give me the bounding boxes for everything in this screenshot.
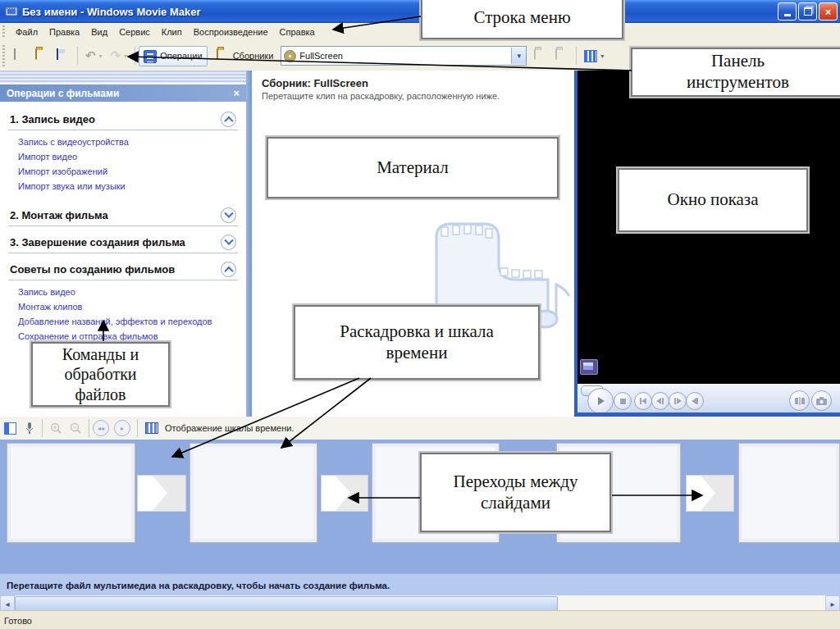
menu-item-клип[interactable]: Клип xyxy=(156,25,188,39)
collapse-button[interactable] xyxy=(221,112,236,127)
callout-preview-window: Окно показа xyxy=(618,168,808,232)
open-project-button[interactable] xyxy=(31,47,52,65)
microphone-icon xyxy=(25,422,34,435)
task-link[interactable]: Импорт изображений xyxy=(18,166,238,176)
taskpane-close-icon[interactable]: × xyxy=(233,87,240,99)
task-section-header[interactable]: 1. Запись видео xyxy=(8,108,238,130)
zoom-out-button[interactable] xyxy=(66,420,85,436)
rewind-icon: ◂◂ xyxy=(98,425,104,432)
step-forward-button[interactable] xyxy=(669,392,687,410)
task-section-label: 2. Монтаж фильма xyxy=(10,209,221,221)
expand-button[interactable] xyxy=(221,235,236,250)
new-collection-icon xyxy=(555,49,568,62)
storyboard-toolbar: ◂◂ ▸ Отображение шкалы времени. xyxy=(0,417,840,440)
task-link[interactable]: Запись видео xyxy=(18,287,238,297)
open-folder-icon xyxy=(35,49,48,62)
menu-item-сервис[interactable]: Сервис xyxy=(113,25,156,39)
taskpane-title: Операции с фильмами xyxy=(7,88,119,99)
toolbar-separator xyxy=(89,419,89,437)
show-timeline-button[interactable]: Отображение шкалы времени. xyxy=(141,420,298,436)
save-icon xyxy=(57,49,70,62)
collections-button[interactable]: Сборники xyxy=(212,47,278,65)
close-button[interactable]: × xyxy=(819,2,838,21)
take-picture-button[interactable] xyxy=(811,390,832,411)
chevron-down-icon: ▾ xyxy=(99,52,103,60)
transition-cell[interactable] xyxy=(321,475,368,512)
close-icon: × xyxy=(825,6,832,18)
expand-button[interactable] xyxy=(221,207,236,223)
scroll-left-button[interactable]: ◂ xyxy=(0,595,15,612)
pane-separator xyxy=(246,71,252,417)
undo-button[interactable]: ↶▾ xyxy=(81,48,107,64)
transition-cell[interactable] xyxy=(686,475,734,512)
stop-icon xyxy=(619,398,627,405)
menu-item-воспроизведение[interactable]: Воспроизведение xyxy=(188,25,274,39)
play-icon xyxy=(596,396,605,406)
new-project-button[interactable] xyxy=(10,47,31,65)
storyboard-view-button[interactable] xyxy=(0,420,21,437)
transition-cell[interactable] xyxy=(137,475,186,512)
camera-icon xyxy=(816,397,827,405)
combobox-dropdown-button[interactable]: ▾ xyxy=(511,48,526,64)
minimize-button[interactable] xyxy=(778,2,797,21)
menu-item-справка[interactable]: Справка xyxy=(274,25,321,39)
horizontal-scrollbar: ◂ ▸ xyxy=(0,595,840,610)
up-folder-icon xyxy=(534,49,547,62)
timeline-label: Отображение шкалы времени. xyxy=(165,423,294,433)
menu-item-вид[interactable]: Вид xyxy=(85,25,113,39)
step-back-button[interactable] xyxy=(651,392,669,410)
callout-menu-bar: Строка меню xyxy=(421,0,623,39)
task-link[interactable]: Добавление названий, эффектов и переходо… xyxy=(18,317,238,326)
task-link[interactable]: Сохранение и отправка фильмов xyxy=(18,331,238,341)
task-section-label: Советы по созданию фильмов xyxy=(10,263,221,276)
step-back-icon xyxy=(656,398,664,404)
task-link[interactable]: Импорт звука или музыки xyxy=(18,181,238,191)
task-section-header[interactable]: 3. Завершение создания фильма xyxy=(8,231,238,253)
menu-item-файл[interactable]: Файл xyxy=(10,25,43,39)
storyboard-frame[interactable] xyxy=(738,443,840,543)
restore-button[interactable] xyxy=(798,2,817,21)
views-button[interactable]: ▾ xyxy=(580,48,608,65)
previous-frame-button[interactable] xyxy=(634,392,652,410)
collection-combobox[interactable]: FullScreen ▾ xyxy=(281,46,527,66)
task-link[interactable]: Запись с видеоустройства xyxy=(18,137,238,147)
save-project-button[interactable] xyxy=(52,47,74,65)
play-button[interactable] xyxy=(587,388,614,414)
redo-button[interactable]: ↷▾ xyxy=(107,48,132,64)
zoom-in-button[interactable] xyxy=(46,420,66,436)
task-link[interactable]: Монтаж клипов xyxy=(18,302,238,312)
scrollbar-thumb[interactable] xyxy=(15,596,558,611)
chevron-down-icon: ▾ xyxy=(600,52,604,60)
task-section-label: 3. Завершение создания фильма xyxy=(10,236,221,248)
play-small-icon: ▸ xyxy=(121,425,124,432)
tasks-button[interactable]: Операции xyxy=(139,46,207,66)
menu-item-правка[interactable]: Правка xyxy=(43,25,85,39)
storyboard-frame[interactable] xyxy=(7,443,135,543)
task-link[interactable]: Импорт видео xyxy=(18,152,238,162)
new-collection-button[interactable] xyxy=(551,47,573,65)
stop-button[interactable] xyxy=(614,392,632,410)
callout-toolbar: Панель инструментов xyxy=(631,48,840,97)
storyboard-hint-band: Перетащите файл мультимедиа на раскадров… xyxy=(0,573,840,596)
minimize-icon xyxy=(784,14,791,16)
split-clip-button[interactable] xyxy=(789,390,810,411)
scroll-right-button[interactable]: ▸ xyxy=(825,595,840,612)
combobox-value: FullScreen xyxy=(299,51,508,61)
zoom-in-icon xyxy=(50,422,62,434)
rewind-storyboard-button[interactable]: ◂◂ xyxy=(93,420,109,436)
callout-transitions: Переходы между слайдами xyxy=(420,453,611,532)
next-frame-button[interactable] xyxy=(686,392,704,410)
collections-label: Сборники xyxy=(233,51,274,61)
collection-hint: Перетащите клип на раскадровку, располож… xyxy=(252,91,574,101)
task-section-header[interactable]: Советы по созданию фильмов xyxy=(8,258,238,280)
chevron-down-icon: ▾ xyxy=(518,52,522,60)
up-one-level-button[interactable] xyxy=(530,47,551,65)
toolbar-separator xyxy=(137,419,138,437)
storyboard-icon xyxy=(4,422,16,435)
task-section-header[interactable]: 2. Монтаж фильма xyxy=(8,204,238,226)
narrate-button[interactable] xyxy=(21,420,39,437)
play-storyboard-button[interactable]: ▸ xyxy=(114,420,130,436)
collapse-button[interactable] xyxy=(221,262,236,277)
storyboard-frame[interactable] xyxy=(189,443,317,543)
taskpane-header: Операции с фильмами × xyxy=(0,84,246,102)
